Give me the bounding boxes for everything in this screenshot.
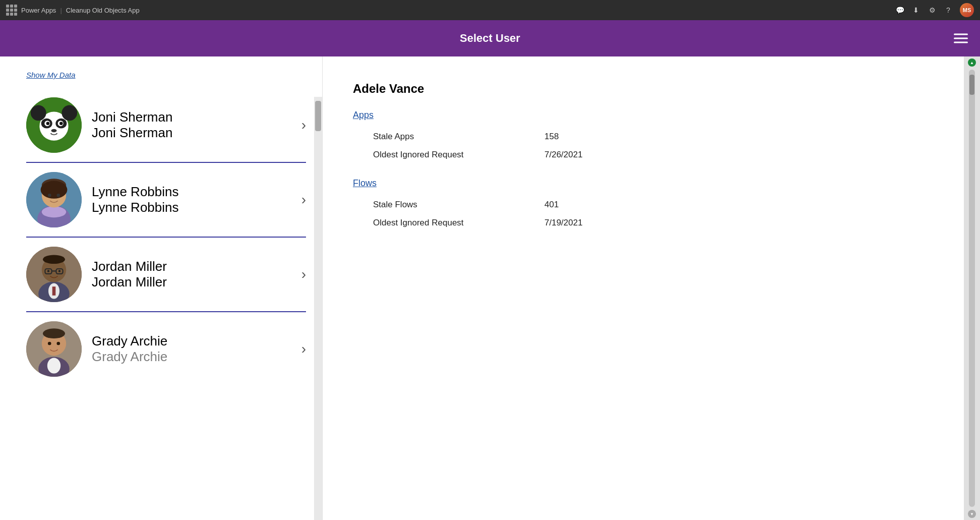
apps-stat-label-0: Stale Apps xyxy=(373,132,504,142)
browser-chrome-right: ▲ ▼ xyxy=(964,56,980,520)
download-icon[interactable]: ⬇ xyxy=(911,6,921,15)
browser-scroll-up[interactable]: ▲ xyxy=(968,59,976,67)
apps-stat-value-0: 158 xyxy=(544,132,559,142)
apps-stat-row-0: Stale Apps 158 xyxy=(373,132,934,142)
user-names-grady: Grady Archie Grady Archie xyxy=(92,333,291,365)
apps-stat-row-1: Oldest Ignored Request 7/26/2021 xyxy=(373,150,934,160)
user-item-grady-archie[interactable]: Grady Archie Grady Archie › xyxy=(26,312,306,386)
svg-point-3 xyxy=(62,105,77,121)
user-avatar-jordan xyxy=(26,247,82,302)
scrollbar-thumb[interactable] xyxy=(315,101,321,131)
hamburger-menu-button[interactable] xyxy=(954,34,968,43)
user-avatar-joni xyxy=(26,97,82,153)
comment-icon[interactable]: 💬 xyxy=(895,6,904,15)
selected-user-name: Adele Vance xyxy=(353,82,934,96)
browser-topbar: Power Apps | Cleanup Old Objects App 💬 ⬇… xyxy=(0,0,980,20)
apps-section-link[interactable]: Apps xyxy=(353,110,934,121)
user-item-joni-sherman[interactable]: Joni Sherman Joni Sherman › xyxy=(26,88,306,163)
user-names-jordan: Jordan Miller Jordan Miller xyxy=(92,259,291,290)
svg-point-16 xyxy=(41,181,68,199)
svg-point-13 xyxy=(42,206,66,217)
svg-point-34 xyxy=(43,328,65,338)
flows-stats-table: Stale Flows 401 Oldest Ignored Request 7… xyxy=(353,200,934,228)
page-title: Select User xyxy=(460,32,520,45)
app-suite-title: Power Apps xyxy=(21,7,56,14)
browser-scroll-down[interactable]: ▼ xyxy=(968,510,976,518)
flows-stat-row-1: Oldest Ignored Request 7/19/2021 xyxy=(373,218,934,228)
left-panel: Show My Data xyxy=(0,56,323,520)
svg-point-8 xyxy=(46,122,50,125)
user-list: Joni Sherman Joni Sherman › xyxy=(26,88,312,520)
app-name: Cleanup Old Objects App xyxy=(66,7,140,14)
main-content: Show My Data xyxy=(0,56,980,520)
user-names-lynne: Lynne Robbins Lynne Robbins xyxy=(92,184,291,215)
user-name-secondary-grady: Grady Archie xyxy=(92,349,291,365)
title-separator: | xyxy=(60,7,62,14)
svg-point-35 xyxy=(48,342,51,345)
svg-rect-22 xyxy=(52,286,56,296)
flows-stat-row-0: Stale Flows 401 xyxy=(373,200,934,210)
topbar-right-controls: 💬 ⬇ ⚙ ? MS xyxy=(895,3,974,17)
user-name-secondary-joni: Joni Sherman xyxy=(92,125,291,141)
svg-point-18 xyxy=(57,194,60,197)
apps-stat-label-1: Oldest Ignored Request xyxy=(373,150,504,160)
settings-icon[interactable]: ⚙ xyxy=(928,6,937,15)
flows-stat-value-1: 7/19/2021 xyxy=(544,218,583,228)
svg-point-36 xyxy=(57,342,60,345)
svg-point-10 xyxy=(51,129,57,133)
user-item-jordan-miller[interactable]: Jordan Miller Jordan Miller › xyxy=(26,238,306,312)
user-name-primary-joni: Joni Sherman xyxy=(92,109,291,125)
user-item-lynne-robbins[interactable]: Lynne Robbins Lynne Robbins › xyxy=(26,163,306,238)
app-header: Select User xyxy=(0,20,980,56)
chevron-right-icon-joni: › xyxy=(301,117,306,133)
chevron-right-icon-lynne: › xyxy=(301,192,306,208)
svg-point-2 xyxy=(31,105,46,121)
user-name-secondary-jordan: Jordan Miller xyxy=(92,274,291,290)
svg-point-32 xyxy=(47,358,60,374)
show-my-data-link[interactable]: Show My Data xyxy=(26,71,312,79)
flows-section-link[interactable]: Flows xyxy=(353,178,934,189)
flows-stat-value-0: 401 xyxy=(544,200,559,210)
svg-point-29 xyxy=(43,255,65,264)
user-avatar-lynne xyxy=(26,172,82,227)
chevron-right-icon-grady: › xyxy=(301,341,306,357)
chevron-right-icon-jordan: › xyxy=(301,266,306,282)
help-icon[interactable]: ? xyxy=(944,6,953,15)
waffle-icon[interactable] xyxy=(6,5,17,16)
right-panel: Adele Vance Apps Stale Apps 158 Oldest I… xyxy=(323,56,964,520)
flows-stat-label-0: Stale Flows xyxy=(373,200,504,210)
svg-point-17 xyxy=(48,194,51,197)
scrollbar-track[interactable] xyxy=(314,97,322,520)
user-names-joni: Joni Sherman Joni Sherman xyxy=(92,109,291,141)
apps-stat-value-1: 7/26/2021 xyxy=(544,150,583,160)
user-name-primary-jordan: Jordan Miller xyxy=(92,259,291,274)
svg-point-28 xyxy=(58,270,60,272)
user-name-primary-lynne: Lynne Robbins xyxy=(92,184,291,200)
flows-stat-label-1: Oldest Ignored Request xyxy=(373,218,504,228)
user-avatar-topbar[interactable]: MS xyxy=(960,3,974,17)
user-name-secondary-lynne: Lynne Robbins xyxy=(92,200,291,215)
svg-point-9 xyxy=(59,122,63,125)
svg-point-27 xyxy=(47,270,49,272)
apps-stats-table: Stale Apps 158 Oldest Ignored Request 7/… xyxy=(353,132,934,160)
user-avatar-grady xyxy=(26,321,82,377)
user-name-primary-grady: Grady Archie xyxy=(92,333,291,349)
